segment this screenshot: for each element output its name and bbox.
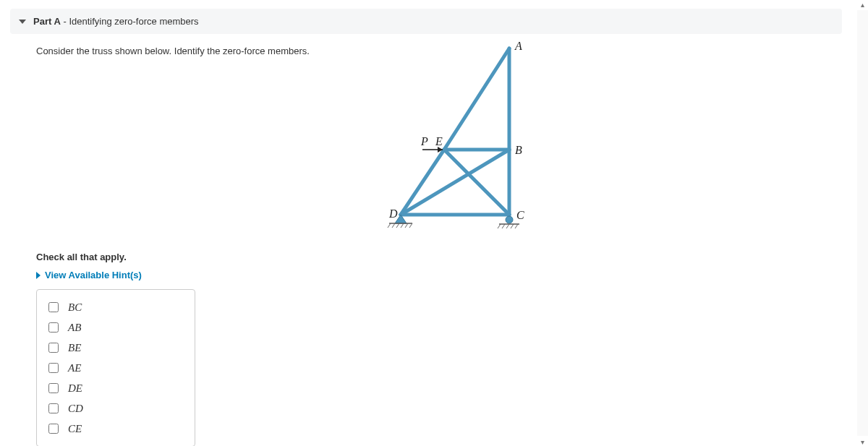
- option-label: CD: [68, 403, 83, 415]
- svg-line-2: [401, 150, 444, 215]
- option-row[interactable]: AE: [46, 358, 186, 378]
- node-a-label: A: [514, 40, 522, 52]
- option-row[interactable]: CE: [46, 419, 186, 439]
- view-hints-link[interactable]: View Available Hint(s): [36, 270, 142, 280]
- part-subtitle: Identifying zero-force members: [69, 16, 198, 27]
- svg-line-21: [515, 224, 518, 228]
- option-checkbox-ab[interactable]: [48, 322, 59, 333]
- truss-figure: A B C D E P: [357, 34, 560, 244]
- svg-line-18: [502, 224, 505, 228]
- svg-line-9: [388, 223, 391, 228]
- option-row[interactable]: BC: [46, 297, 186, 317]
- check-all-label: Check all that apply.: [36, 252, 816, 262]
- option-label: DE: [68, 382, 82, 395]
- svg-line-19: [506, 224, 509, 228]
- node-d-label: D: [388, 207, 398, 220]
- option-checkbox-ce[interactable]: [48, 424, 59, 434]
- option-row[interactable]: BE: [46, 338, 186, 358]
- svg-point-15: [506, 216, 513, 223]
- option-checkbox-cd[interactable]: [48, 403, 59, 413]
- option-row[interactable]: DE: [46, 378, 186, 398]
- force-label: P: [420, 135, 428, 147]
- svg-line-11: [396, 223, 399, 228]
- answer-options-box: BC AB BE AE DE CD: [36, 289, 195, 446]
- svg-line-12: [401, 223, 404, 228]
- svg-line-13: [405, 223, 408, 228]
- node-e-label: E: [435, 135, 443, 147]
- option-row[interactable]: CD: [46, 398, 186, 419]
- svg-line-14: [409, 223, 412, 228]
- option-label: CE: [68, 423, 82, 435]
- option-checkbox-be[interactable]: [48, 343, 59, 353]
- part-header[interactable]: Part A - Identifying zero-force members: [10, 9, 842, 34]
- caret-down-icon: [19, 20, 26, 24]
- scrollbar-track[interactable]: [857, 10, 868, 436]
- option-row[interactable]: AB: [46, 317, 186, 338]
- option-checkbox-bc[interactable]: [48, 302, 59, 312]
- option-checkbox-ae[interactable]: [48, 363, 59, 373]
- svg-line-10: [392, 223, 395, 228]
- node-c-label: C: [516, 209, 524, 221]
- option-checkbox-de[interactable]: [48, 383, 59, 393]
- node-b-label: B: [515, 144, 522, 156]
- part-separator: -: [61, 16, 69, 27]
- part-label: Part A: [33, 16, 61, 27]
- scroll-up-icon[interactable]: ▴: [858, 0, 867, 9]
- option-label: AE: [68, 362, 81, 374]
- option-label: BC: [68, 301, 82, 314]
- svg-line-3: [444, 48, 509, 150]
- option-label: BE: [68, 342, 81, 354]
- svg-line-17: [498, 224, 501, 228]
- svg-line-20: [511, 224, 514, 228]
- hints-label: View Available Hint(s): [45, 270, 142, 280]
- caret-right-icon: [36, 272, 41, 279]
- part-title-wrap: Part A - Identifying zero-force members: [33, 16, 199, 27]
- scroll-down-icon[interactable]: ▾: [858, 437, 867, 446]
- option-label: AB: [68, 322, 81, 334]
